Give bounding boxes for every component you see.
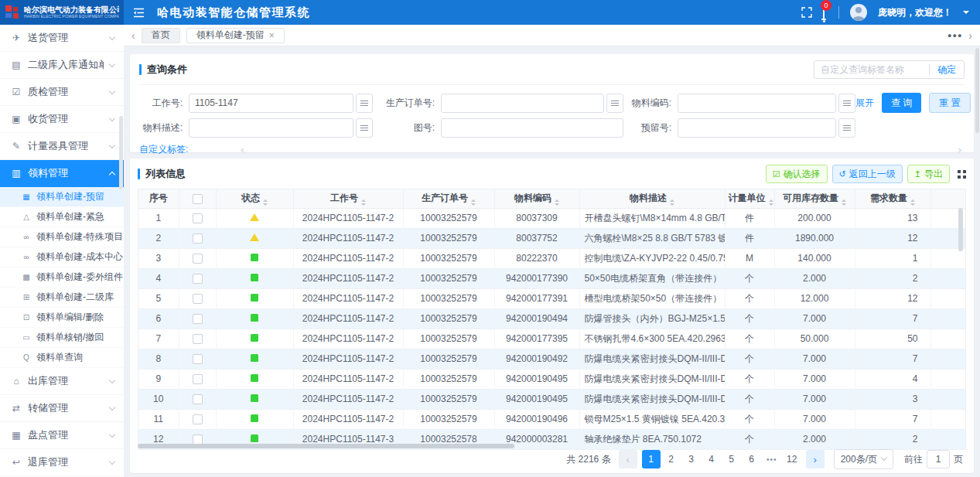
close-icon[interactable]: × xyxy=(269,31,275,40)
table-row[interactable]: 52024HPC1105-1147-2100032525799420001773… xyxy=(138,288,965,308)
fullscreen-icon[interactable] xyxy=(801,7,812,18)
reset-button[interactable]: 重 置 xyxy=(929,93,970,113)
sidebar-subitem-create-cost-center[interactable]: ∞ 领料单创建-成本中心 xyxy=(0,247,124,267)
pagination-page-12[interactable]: 12 xyxy=(783,450,801,468)
row-checkbox[interactable] xyxy=(193,374,203,384)
sort-icon[interactable] xyxy=(842,199,846,206)
row-checkbox[interactable] xyxy=(193,414,203,424)
table-row[interactable]: 82024HPC1105-1147-2100032525799420001904… xyxy=(138,349,965,369)
row-checkbox[interactable] xyxy=(193,334,203,344)
expand-link[interactable]: 展开 xyxy=(855,97,874,110)
multi-value-icon[interactable] xyxy=(356,94,373,113)
col-available-qty[interactable]: 可用库存数量 xyxy=(774,189,855,208)
sidebar-subitem-create-urgent[interactable]: △ 领料单创建-紧急 xyxy=(0,207,124,227)
reserve-no-input[interactable] xyxy=(678,118,836,138)
pagination-page-4[interactable]: 4 xyxy=(702,450,721,468)
tabs-more-icon[interactable]: ●●● xyxy=(948,32,962,39)
col-order-no[interactable]: 生产订单号 xyxy=(403,189,494,208)
tabs-scroll-left-icon[interactable]: ‹ xyxy=(131,30,135,41)
sort-icon[interactable] xyxy=(263,199,268,206)
row-checkbox[interactable] xyxy=(193,274,203,284)
goto-page-input[interactable] xyxy=(927,450,950,468)
table-row[interactable]: 92024HPC1105-1147-2100032525799420001904… xyxy=(138,369,965,389)
custom-tag-name-input[interactable] xyxy=(814,61,929,78)
back-to-parent-button[interactable]: ↺ 返回上一级 xyxy=(832,165,903,183)
order-no-input[interactable] xyxy=(441,94,604,113)
table-row[interactable]: 102024HPC1105-1147-210003252579942000190… xyxy=(138,389,965,409)
drawing-no-input[interactable] xyxy=(441,118,623,138)
table-row[interactable]: 22024HPC1105-1147-21000325257980037752六角… xyxy=(138,228,965,248)
column-settings-icon[interactable] xyxy=(958,170,966,179)
page-scrollbar[interactable] xyxy=(975,48,979,133)
row-checkbox[interactable] xyxy=(193,314,203,324)
table-row[interactable]: 32024HPC1105-1147-21000325257980222370控制… xyxy=(138,248,965,268)
sidebar-item-outbound[interactable]: ⌂ 出库管理 xyxy=(0,368,124,395)
col-material-code[interactable]: 物料编码 xyxy=(494,189,579,208)
pagination-page-5[interactable]: 5 xyxy=(722,450,741,468)
sidebar-item-material-requisition[interactable]: ▥ 领料管理 xyxy=(0,160,124,187)
col-material-desc[interactable]: 物料描述 xyxy=(579,189,725,208)
sidebar-subitem-edit-delete[interactable]: ⊡ 领料单编辑/删除 xyxy=(0,308,124,328)
export-button[interactable]: ↥ 导出 xyxy=(907,165,950,183)
sidebar-subitem-create-outsourced[interactable]: ▩ 领料单创建-委外组件 xyxy=(0,267,124,288)
notifications-bell-icon[interactable]: 0 xyxy=(823,5,825,19)
pagination-page-2[interactable]: 2 xyxy=(662,450,681,468)
pagination-prev-icon[interactable]: ‹ xyxy=(619,450,637,468)
custom-tag-label[interactable]: 自定义标签: xyxy=(139,143,188,156)
pagination-page-3[interactable]: 3 xyxy=(682,450,701,468)
row-checkbox[interactable] xyxy=(193,233,203,244)
tab-home[interactable]: 首页 xyxy=(142,28,180,43)
row-checkbox[interactable] xyxy=(193,213,203,223)
sidebar-item-measuring-tools[interactable]: ✎ 计量器具管理 xyxy=(0,133,124,160)
sort-icon[interactable] xyxy=(910,199,915,206)
row-checkbox[interactable] xyxy=(193,394,203,404)
multi-value-icon[interactable] xyxy=(838,94,855,113)
tabs-scroll-right-icon[interactable]: › xyxy=(968,30,972,41)
tab-requisition-reserve[interactable]: 领料单创建-预留 × xyxy=(186,28,285,43)
confirm-select-button[interactable]: ☑ 确认选择 xyxy=(766,165,828,183)
sidebar-item-secondary-inbound-notice[interactable]: ▤ 二级库入库通知单 xyxy=(0,52,124,79)
row-checkbox[interactable] xyxy=(193,294,203,304)
custom-tag-confirm-button[interactable]: 确定 xyxy=(930,63,964,77)
sidebar-subitem-query[interactable]: Q 领料单查询 xyxy=(0,348,124,368)
user-avatar[interactable] xyxy=(850,4,867,21)
sidebar-subitem-writeoff-withdraw[interactable]: ▭ 领料单核销/撤回 xyxy=(0,328,124,348)
material-code-input[interactable] xyxy=(678,94,836,113)
work-no-input[interactable] xyxy=(189,94,353,113)
pagination-page-1[interactable]: 1 xyxy=(642,450,661,468)
tags-scroll-left-icon[interactable]: ‹ xyxy=(241,144,244,155)
sidebar-item-quality-inspection[interactable]: ☑ 质检管理 xyxy=(0,79,124,106)
sort-icon[interactable] xyxy=(471,199,476,206)
sidebar-item-delivery[interactable]: ✈ 送货管理 xyxy=(0,25,124,52)
table-horizontal-scrollbar[interactable] xyxy=(138,444,514,448)
table-vertical-scrollbar[interactable] xyxy=(958,208,963,251)
row-checkbox[interactable] xyxy=(193,254,203,264)
table-row[interactable]: 112024HPC1105-1147-210003252579942000190… xyxy=(138,409,965,429)
material-desc-input[interactable] xyxy=(189,118,353,138)
col-demand-qty[interactable]: 需求数量 xyxy=(855,189,930,208)
table-row[interactable]: 72024HPC1105-1147-2100032525799420001773… xyxy=(138,329,965,349)
sort-icon[interactable] xyxy=(361,199,366,206)
sidebar-subitem-create-secondary-store[interactable]: ⊞ 领料单创建-二级库 xyxy=(0,288,124,308)
sidebar-scrollbar[interactable] xyxy=(119,116,123,189)
col-status[interactable]: 状态 xyxy=(216,189,293,208)
col-work-no[interactable]: 工作号 xyxy=(293,189,403,208)
search-button[interactable]: 查 询 xyxy=(882,93,921,113)
tags-scroll-right-icon[interactable]: › xyxy=(958,144,961,155)
sidebar-item-return[interactable]: ↩ 退库管理 xyxy=(0,449,124,476)
pagination-page-6[interactable]: 6 xyxy=(743,450,761,468)
pagination-next-icon[interactable]: › xyxy=(806,450,825,468)
user-menu-caret-icon[interactable] xyxy=(963,11,969,17)
multi-value-icon[interactable] xyxy=(606,94,623,113)
sort-icon[interactable] xyxy=(769,199,773,206)
table-row[interactable]: 42024HPC1105-1147-2100032525799420001773… xyxy=(138,268,965,288)
row-checkbox[interactable] xyxy=(193,354,203,364)
pagination-ellipsis[interactable]: ••• xyxy=(763,450,781,468)
sidebar-subitem-create-reserve[interactable]: ▦ 领料单创建-预留 xyxy=(0,187,124,207)
sidebar-item-receiving[interactable]: ▣ 收货管理 xyxy=(0,106,124,133)
multi-value-icon[interactable] xyxy=(838,118,855,138)
sidebar-item-stocktaking[interactable]: ▦ 盘点管理 xyxy=(0,422,124,449)
sort-icon[interactable] xyxy=(555,199,559,206)
table-row[interactable]: 12024HPC1105-1147-21000325257980037309开槽… xyxy=(138,208,965,228)
page-size-select[interactable]: 200条/页 xyxy=(834,449,893,469)
